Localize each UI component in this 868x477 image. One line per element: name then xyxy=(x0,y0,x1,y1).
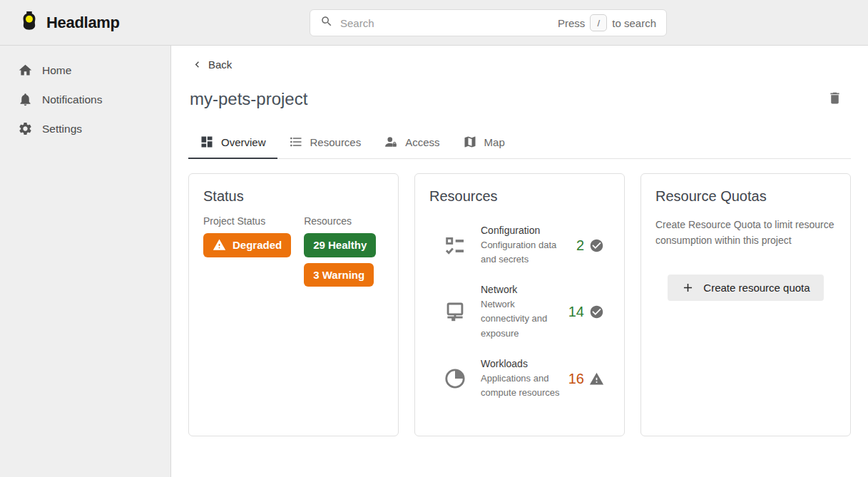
search-shortcut-hint: Press / to search xyxy=(558,14,656,31)
warning-triangle-icon xyxy=(213,238,226,252)
sidebar-item-home[interactable]: Home xyxy=(0,56,170,85)
resource-description: Configuration data and secrets xyxy=(481,238,561,267)
resource-row-workloads[interactable]: Workloads Applications and compute resou… xyxy=(429,358,610,400)
app-title: Headlamp xyxy=(46,14,120,32)
check-circle-icon xyxy=(589,238,604,253)
create-resource-quota-button[interactable]: Create resource quota xyxy=(668,275,823,301)
status-card-title: Status xyxy=(203,188,384,205)
resources-status-column: Resources 29 Healthy 3 Warning xyxy=(304,215,376,287)
warning-triangle-icon xyxy=(589,371,604,386)
slash-keycap: / xyxy=(590,14,607,31)
person-lock-icon xyxy=(384,135,398,149)
tab-overview[interactable]: Overview xyxy=(188,126,277,158)
pie-circle-icon xyxy=(429,366,481,391)
tab-label: Map xyxy=(484,136,505,148)
resources-card-title: Resources xyxy=(429,188,610,205)
tab-resources[interactable]: Resources xyxy=(277,126,373,158)
search-input[interactable] xyxy=(340,17,551,29)
resource-row-configuration[interactable]: Configuration Configuration data and sec… xyxy=(429,225,610,267)
project-status-column: Project Status Degraded xyxy=(203,215,291,287)
page-title: my-pets-project xyxy=(190,89,307,109)
home-icon xyxy=(18,63,33,78)
resources-status-label: Resources xyxy=(304,215,376,227)
monitor-network-icon xyxy=(429,300,481,324)
healthy-count-badge: 29 Healthy xyxy=(304,233,376,257)
tab-label: Overview xyxy=(221,136,266,148)
trash-icon xyxy=(827,91,842,108)
sidebar-item-label: Settings xyxy=(42,123,82,135)
dashboard-icon xyxy=(200,135,214,149)
map-icon xyxy=(463,135,477,149)
sidebar-item-label: Home xyxy=(42,64,71,77)
project-status-label: Project Status xyxy=(203,215,291,227)
tab-label: Access xyxy=(405,136,439,148)
resources-card: Resources Configuration xyxy=(414,173,625,436)
project-status-badge: Degraded xyxy=(203,233,291,257)
plus-icon xyxy=(681,281,695,294)
tab-map[interactable]: Map xyxy=(451,126,516,158)
check-circle-icon xyxy=(589,304,604,319)
content-area: Back my-pets-project Overview Reso xyxy=(171,46,868,477)
resource-quotas-card-title: Resource Quotas xyxy=(655,188,836,205)
project-tabs: Overview Resources Access xyxy=(188,126,851,159)
warning-count-badge: 3 Warning xyxy=(304,263,374,287)
sidebar-item-label: Notifications xyxy=(42,93,102,106)
status-card: Status Project Status Degraded xyxy=(188,173,399,436)
resource-description: Applications and compute resources xyxy=(481,371,561,400)
resource-name: Workloads xyxy=(481,358,561,369)
resource-count: 16 xyxy=(568,371,584,387)
resource-name: Network xyxy=(481,284,561,295)
top-bar: Headlamp Press / to search xyxy=(0,0,868,46)
checklist-icon xyxy=(429,234,481,258)
global-search[interactable]: Press / to search xyxy=(310,9,667,36)
resource-description: Network connectivity and exposure xyxy=(481,297,561,340)
resource-quotas-description: Create Resource Quota to limit resource … xyxy=(655,217,836,249)
resource-name: Configuration xyxy=(481,225,561,236)
headlamp-lamp-icon xyxy=(19,11,40,35)
sidebar-item-settings[interactable]: Settings xyxy=(0,114,170,143)
bell-icon xyxy=(18,92,33,107)
resource-row-network[interactable]: Network Network connectivity and exposur… xyxy=(429,284,610,340)
gear-icon xyxy=(18,121,33,136)
search-icon xyxy=(320,15,333,31)
sidebar: Home Notifications Settings xyxy=(0,46,171,477)
resource-quotas-card: Resource Quotas Create Resource Quota to… xyxy=(640,173,851,436)
tab-access[interactable]: Access xyxy=(372,126,451,158)
back-button[interactable]: Back xyxy=(188,57,235,72)
bulleted-list-icon xyxy=(289,135,303,149)
resource-count: 14 xyxy=(568,304,584,320)
sidebar-item-notifications[interactable]: Notifications xyxy=(0,85,170,114)
delete-project-button[interactable] xyxy=(827,91,842,108)
tab-label: Resources xyxy=(310,136,362,148)
headlamp-logo[interactable]: Headlamp xyxy=(19,11,120,35)
chevron-left-icon xyxy=(191,58,203,71)
resource-count: 2 xyxy=(576,237,584,254)
